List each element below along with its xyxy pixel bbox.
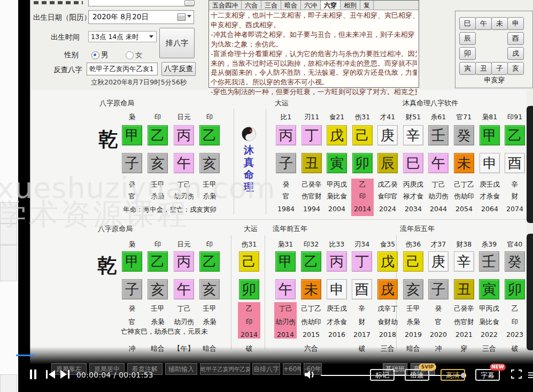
branch-cell-未[interactable]: 未 (301, 279, 321, 299)
more-icon-partial[interactable] (528, 371, 533, 381)
branch-button-卯[interactable]: 卯 (459, 47, 476, 60)
gender-female-label[interactable]: 女 (135, 50, 143, 60)
branch-cell-未[interactable]: 未 (454, 153, 474, 173)
dimmed-button-4[interactable]: 辅助输入 (165, 363, 197, 375)
branch-cell-子[interactable]: 子 (122, 153, 142, 173)
dimmed-bazi-field[interactable]: 乾甲子乙亥丙午乙亥1 (200, 363, 250, 375)
cutoff-ellipsis-button[interactable]: ⋯ (184, 0, 195, 6)
branch-cell-卯[interactable]: 卯 (505, 279, 525, 299)
branch-cell-辰[interactable]: 辰 (377, 153, 398, 173)
stem-cell-辛[interactable]: 辛 (403, 125, 423, 145)
tab-相刑[interactable]: 相刑 (341, 1, 360, 10)
stem-cell-丙[interactable]: 丙 (276, 125, 296, 145)
branch-cell-卯[interactable]: 卯 (239, 279, 259, 299)
reverse-bazi-button[interactable]: 八字反查 (161, 62, 196, 76)
hd-button[interactable]: 高清 (441, 369, 465, 381)
fullscreen-icon[interactable] (511, 370, 522, 381)
branch-button-寅[interactable]: 寅 (459, 62, 476, 75)
chevron-down-icon[interactable] (149, 35, 153, 38)
branch-cell-丑[interactable]: 丑 (302, 153, 322, 173)
branch-cell-酉[interactable]: 酉 (505, 153, 525, 173)
tab-六冲[interactable]: 六冲 (301, 1, 321, 10)
stem-cell-丙[interactable]: 丙 (327, 251, 347, 272)
stem-cell-甲[interactable]: 甲 (275, 251, 296, 272)
branch-cell-寅[interactable]: 寅 (479, 279, 499, 299)
stem-cell-壬[interactable]: 壬 (479, 251, 499, 272)
stem-cell-乙[interactable]: 乙 (301, 251, 321, 272)
stem-cell-己[interactable]: 己 (403, 251, 423, 272)
reverse-bazi-input[interactable]: 乾甲子乙亥丙午乙亥1 (87, 63, 158, 75)
tab-五合四冲[interactable]: 五合四冲 (209, 1, 242, 10)
branch-cell-申[interactable]: 申 (327, 279, 347, 299)
tab-复[interactable]: 复 (360, 1, 374, 10)
paipan-button[interactable]: 排八字 (159, 28, 195, 58)
branch-cell-申[interactable]: 申 (480, 153, 500, 173)
branch-cell-巳[interactable]: 巳 (403, 153, 423, 173)
stem-cell-乙[interactable]: 乙 (199, 251, 220, 272)
stem-cell-乙[interactable]: 乙 (199, 125, 220, 145)
next-button[interactable] (59, 370, 70, 381)
branch-button-巳[interactable]: 巳 (459, 17, 476, 30)
branch-button-子[interactable]: 子 (491, 62, 508, 75)
branch-button-亥[interactable]: 亥 (507, 62, 524, 75)
stem-cell-己[interactable]: 己 (352, 125, 373, 145)
stem-cell-乙[interactable]: 乙 (148, 251, 168, 272)
video-progress[interactable] (16, 355, 35, 356)
branch-cell-亥[interactable]: 亥 (403, 279, 423, 299)
branch-cell-午[interactable]: 午 (174, 153, 194, 173)
speed-button[interactable]: 倍速 (405, 369, 429, 381)
branch-cell-午[interactable]: 午 (174, 279, 194, 299)
branch-cell-丑[interactable]: 丑 (454, 279, 474, 299)
tab-三合[interactable]: 三合 (261, 1, 281, 10)
subtitle-button[interactable]: 字幕 (475, 369, 500, 381)
volume-icon[interactable] (304, 370, 316, 382)
stem-cell-甲[interactable]: 甲 (122, 125, 142, 145)
branch-button-丑[interactable]: 丑 (475, 62, 492, 75)
calendar-icon[interactable] (177, 13, 186, 21)
branch-cell-亥[interactable]: 亥 (199, 279, 220, 299)
dimmed-button-自排八字[interactable]: 自排八字 (252, 363, 280, 375)
branch-cell-子[interactable]: 子 (276, 153, 296, 173)
gender-male-label[interactable]: 男 (101, 50, 109, 60)
stem-cell-丁[interactable]: 丁 (302, 125, 322, 145)
branch-cell-酉[interactable]: 酉 (352, 279, 372, 299)
stem-cell-乙[interactable]: 乙 (148, 125, 168, 145)
tab-暗合[interactable]: 暗合 (281, 1, 301, 10)
stem-cell-壬[interactable]: 壬 (428, 125, 449, 145)
dimmed-button-+60年[interactable]: +60年 (283, 363, 301, 375)
stem-cell-庚[interactable]: 庚 (377, 125, 398, 145)
stem-cell-庚[interactable]: 庚 (428, 251, 449, 272)
stem-cell-己[interactable]: 己 (239, 251, 259, 272)
stem-cell-丙[interactable]: 丙 (174, 251, 194, 272)
branch-cell-亥[interactable]: 亥 (148, 153, 168, 173)
stem-cell-甲[interactable]: 甲 (480, 125, 500, 145)
branch-button-申[interactable]: 申 (507, 17, 524, 30)
tab-六穿[interactable]: 六穿 (321, 1, 341, 10)
stem-cell-戊[interactable]: 戊 (377, 251, 398, 272)
stem-cell-辛[interactable]: 辛 (454, 251, 474, 272)
gender-female-radio[interactable] (126, 51, 134, 59)
branch-cell-午[interactable]: 午 (428, 153, 449, 173)
branch-cell-子[interactable]: 子 (122, 279, 142, 299)
birth-date-field[interactable]: 2020年 8月20日 (88, 10, 194, 24)
stem-cell-癸[interactable]: 癸 (505, 251, 525, 272)
mark-button[interactable]: 标记 (370, 369, 395, 381)
stem-cell-甲[interactable]: 甲 (122, 251, 142, 272)
branch-cell-午[interactable]: 午 (275, 279, 296, 299)
branch-cell-亥[interactable]: 亥 (199, 153, 220, 173)
gender-male-radio[interactable] (91, 51, 99, 59)
branch-cell-卯[interactable]: 卯 (352, 153, 373, 173)
stem-cell-癸[interactable]: 癸 (454, 125, 474, 145)
previous-button[interactable] (45, 370, 56, 381)
chevron-down-icon[interactable] (187, 15, 191, 18)
stem-cell-乙[interactable]: 乙 (505, 125, 525, 145)
stem-cell-戊[interactable]: 戊 (327, 125, 347, 145)
branch-button-酉[interactable]: 酉 (507, 32, 524, 45)
branch-button-未[interactable]: 未 (491, 17, 508, 30)
branch-button-戌[interactable]: 戌 (507, 47, 524, 60)
branch-cell-子[interactable]: 子 (428, 279, 449, 299)
branch-cell-亥[interactable]: 亥 (148, 279, 168, 299)
branch-button-午[interactable]: 午 (475, 17, 492, 30)
stem-cell-丙[interactable]: 丙 (174, 125, 194, 145)
tab-六合[interactable]: 六合 (242, 1, 261, 10)
